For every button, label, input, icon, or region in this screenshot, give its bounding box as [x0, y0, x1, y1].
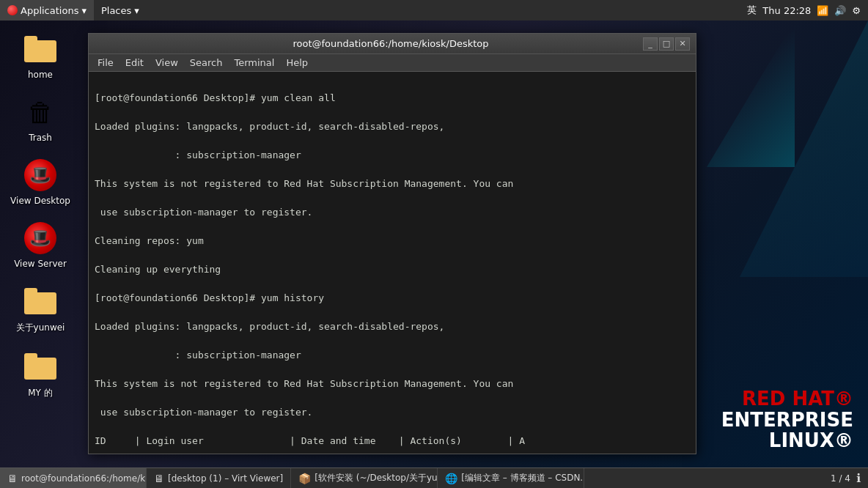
applications-menu[interactable]: Applications ▾: [0, 0, 94, 21]
volume-icon: 🔊: [834, 5, 846, 16]
home-label: home: [28, 70, 53, 80]
menu-help[interactable]: Help: [280, 54, 314, 72]
places-label: Places: [101, 5, 131, 16]
desktop-icon-home[interactable]: home: [7, 32, 73, 80]
terminal-line-12: use subscription-manager to register.: [95, 405, 690, 420]
maximize-button[interactable]: □: [659, 37, 674, 51]
taskbar-browser-label: [编辑文章 – 博客频道 – CSDN.NE...: [461, 472, 584, 484]
taskbar-terminal-label: root@foundation66:/home/kiosk/...: [21, 473, 147, 484]
redhat-icon-viewserver: 🎩: [24, 222, 56, 254]
terminal-line-6: Cleaning repos: yum: [95, 234, 690, 248]
minimize-button[interactable]: _: [643, 37, 658, 51]
settings-icon[interactable]: ⚙: [852, 5, 861, 16]
redhat-line1: RED HAT®: [721, 388, 853, 410]
clock: Thu 22:28: [762, 5, 811, 16]
redhat-logo: RED HAT® ENTERPRISE LINUX®: [721, 388, 853, 451]
menu-edit[interactable]: Edit: [119, 54, 150, 72]
terminal-line-2: Loaded plugins: langpacks, product-id, s…: [95, 119, 690, 134]
page-info-icon: ℹ: [856, 471, 861, 485]
terminal-window: root@foundation66:/home/kiosk/Desktop _ …: [88, 33, 696, 454]
home-icon: [23, 32, 58, 67]
desktop-icon-myfiles[interactable]: MY 的: [7, 349, 73, 399]
taskbar-browser-icon: 🌐: [445, 473, 457, 484]
taskbar-terminal[interactable]: 🖥 root@foundation66:/home/kiosk/...: [0, 468, 147, 489]
desktop-icon-viewdesktop[interactable]: 🎩 View Desktop: [7, 158, 73, 206]
myfiles-icon: [23, 349, 58, 384]
terminal-line-4: This system is not registered to Red Hat…: [95, 177, 690, 191]
taskbar-virtviewer-icon: 🖥: [154, 473, 164, 484]
terminal-line-9: Loaded plugins: langpacks, product-id, s…: [95, 319, 690, 334]
terminal-line-5: use subscription-manager to register.: [95, 205, 690, 220]
menu-terminal[interactable]: Terminal: [228, 54, 280, 72]
viewdesktop-label: View Desktop: [10, 196, 70, 206]
viewserver-icon: 🎩: [23, 221, 58, 256]
terminal-line-1: [root@foundation66 Desktop]# yum clean a…: [95, 91, 690, 106]
terminal-line-8: [root@foundation66 Desktop]# yum history: [95, 291, 690, 306]
top-panel-right: 英 Thu 22:28 📶 🔊 ⚙: [747, 4, 868, 17]
redhat-icon-viewdesktop: 🎩: [24, 159, 56, 191]
places-menu[interactable]: Places ▾: [94, 0, 147, 21]
terminal-content[interactable]: [root@foundation66 Desktop]# yum clean a…: [89, 72, 696, 454]
taskbar-virtviewer-label: [desktop (1) – Virt Viewer]: [168, 473, 283, 484]
close-button[interactable]: ✕: [675, 37, 690, 51]
top-panel: Applications ▾ Places ▾ 英 Thu 22:28 📶 🔊 …: [0, 0, 868, 21]
terminal-line-3: : subscription-manager: [95, 148, 690, 163]
desktop-icon-viewserver[interactable]: 🎩 View Server: [7, 221, 73, 269]
taskbar-right: 1 / 4 ℹ: [831, 471, 868, 485]
aboutyunwei-icon: [23, 284, 58, 319]
terminal-line-11: This system is not registered to Red Hat…: [95, 377, 690, 391]
taskbar-terminal-icon: 🖥: [7, 473, 18, 484]
terminal-line-13: ID | Login user | Date and time | Action…: [95, 434, 690, 448]
redhat-line2: ENTERPRISE: [721, 410, 853, 431]
taskbar-browser[interactable]: 🌐 [编辑文章 – 博客频道 – CSDN.NE...: [438, 468, 584, 489]
top-panel-left: Applications ▾ Places ▾: [0, 0, 147, 21]
redhat-dot-icon: [7, 5, 18, 15]
sidebar: home 🗑 Trash 🎩 View Desktop 🎩 View Serve…: [0, 21, 81, 467]
folder-body: [24, 40, 56, 62]
wifi-icon: 📶: [817, 5, 828, 16]
taskbar-virtviewer[interactable]: 🖥 [desktop (1) – Virt Viewer]: [147, 468, 291, 489]
trash-icon: 🗑: [23, 95, 58, 130]
language-indicator[interactable]: 英: [747, 4, 757, 17]
menu-file[interactable]: File: [92, 54, 119, 72]
folder-body-3: [24, 358, 56, 380]
terminal-line-7: Cleaning up everything: [95, 262, 690, 277]
trash-label: Trash: [29, 133, 52, 143]
desktop: Applications ▾ Places ▾ 英 Thu 22:28 📶 🔊 …: [0, 0, 868, 488]
aboutyunwei-label: 关于yunwei: [16, 322, 65, 334]
menu-search[interactable]: Search: [184, 54, 229, 72]
folder-body-2: [24, 292, 56, 314]
taskbar-softinstall[interactable]: 📦 [软件安装 (~/Desktop/关于yunwei...: [291, 468, 438, 489]
menu-view[interactable]: View: [150, 54, 184, 72]
applications-label: Applications: [21, 5, 78, 16]
taskbar-softinstall-icon: 📦: [298, 473, 311, 484]
terminal-titlebar: root@foundation66:/home/kiosk/Desktop _ …: [89, 34, 696, 54]
viewserver-label: View Server: [14, 259, 67, 269]
terminal-menubar: File Edit View Search Terminal Help: [89, 54, 696, 72]
terminal-line-10: : subscription-manager: [95, 348, 690, 363]
desktop-icon-aboutyunwei[interactable]: 关于yunwei: [7, 284, 73, 334]
viewdesktop-icon: 🎩: [23, 158, 58, 193]
redhat-branding: RED HAT® ENTERPRISE LINUX®: [707, 22, 868, 466]
terminal-controls: _ □ ✕: [643, 37, 690, 51]
applications-arrow: ▾: [81, 5, 87, 16]
redhat-line3: LINUX®: [721, 430, 853, 451]
places-arrow: ▾: [134, 5, 139, 16]
taskbar: 🖥 root@foundation66:/home/kiosk/... 🖥 [d…: [0, 467, 868, 488]
terminal-title: root@foundation66:/home/kiosk/Desktop: [139, 38, 643, 49]
myfiles-label: MY 的: [28, 387, 53, 399]
desktop-icon-trash[interactable]: 🗑 Trash: [7, 95, 73, 143]
taskbar-softinstall-label: [软件安装 (~/Desktop/关于yunwei...: [315, 472, 438, 484]
page-indicator: 1 / 4: [831, 473, 850, 484]
